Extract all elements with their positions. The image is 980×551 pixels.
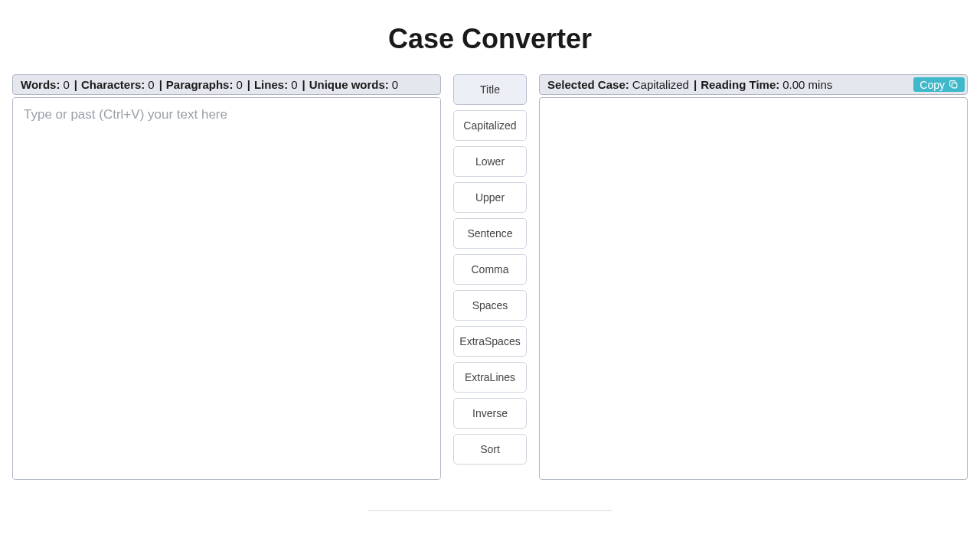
- case-extralines-button[interactable]: ExtraLines: [453, 362, 527, 393]
- output-stats-bar: Selected Case: Capitalized | Reading Tim…: [539, 74, 968, 95]
- stat-words-value: 0: [63, 78, 69, 91]
- output-textarea-wrap: [539, 97, 968, 480]
- case-sort-button[interactable]: Sort: [453, 434, 527, 465]
- case-title-button[interactable]: Title: [453, 74, 527, 105]
- stat-unique-label: Unique words:: [309, 78, 389, 91]
- case-comma-button[interactable]: Comma: [453, 254, 527, 285]
- stat-separator: |: [74, 78, 77, 91]
- stat-separator: |: [302, 78, 305, 91]
- selected-case-label: Selected Case:: [547, 78, 629, 91]
- stat-separator: |: [159, 78, 162, 91]
- stat-chars-label: Characters:: [81, 78, 145, 91]
- copy-button[interactable]: Copy: [913, 77, 965, 92]
- input-stats-bar: Words: 0 | Characters: 0 | Paragraphs: 0…: [12, 74, 441, 95]
- stat-paras-value: 0: [236, 78, 242, 91]
- footer-divider: [368, 510, 612, 511]
- case-upper-button[interactable]: Upper: [453, 182, 527, 213]
- copy-icon: [949, 80, 959, 90]
- stat-paras-label: Paragraphs:: [166, 78, 234, 91]
- case-lower-button[interactable]: Lower: [453, 146, 527, 177]
- case-spaces-button[interactable]: Spaces: [453, 290, 527, 321]
- reading-time-label: Reading Time:: [701, 78, 779, 91]
- case-inverse-button[interactable]: Inverse: [453, 398, 527, 429]
- output-panel: Selected Case: Capitalized | Reading Tim…: [539, 74, 968, 480]
- stat-lines-value: 0: [291, 78, 297, 91]
- page-title: Case Converter: [0, 0, 980, 74]
- selected-case-value: Capitalized: [632, 78, 689, 91]
- reading-time-value: 0.00 mins: [782, 78, 832, 91]
- stat-chars-value: 0: [148, 78, 154, 91]
- stat-separator: |: [247, 78, 250, 91]
- case-capitalized-button[interactable]: Capitalized: [453, 110, 527, 141]
- case-extraspaces-button[interactable]: ExtraSpaces: [453, 326, 527, 357]
- main-container: Words: 0 | Characters: 0 | Paragraphs: 0…: [0, 74, 980, 480]
- stat-lines-label: Lines:: [254, 78, 288, 91]
- stat-words-label: Words:: [21, 78, 60, 91]
- stat-unique-value: 0: [392, 78, 398, 91]
- copy-button-label: Copy: [920, 79, 945, 91]
- stat-separator: |: [694, 78, 697, 91]
- output-area: [540, 98, 967, 479]
- case-buttons-column: Title Capitalized Lower Upper Sentence C…: [453, 74, 527, 465]
- case-sentence-button[interactable]: Sentence: [453, 218, 527, 249]
- input-textarea[interactable]: [13, 98, 440, 479]
- svg-rect-0: [952, 83, 957, 88]
- input-panel: Words: 0 | Characters: 0 | Paragraphs: 0…: [12, 74, 441, 480]
- input-textarea-wrap: [12, 97, 441, 480]
